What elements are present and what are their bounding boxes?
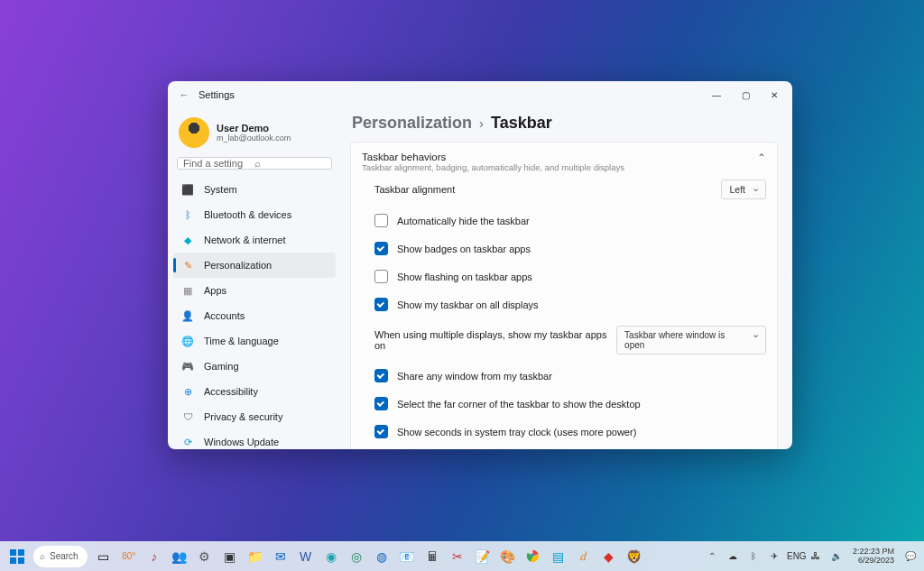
- onedrive-icon[interactable]: ☁: [725, 551, 741, 561]
- app-snipping-icon[interactable]: ✂: [446, 545, 469, 568]
- nav-icon: 🌐: [180, 334, 195, 348]
- alignment-label: Taskbar alignment: [374, 184, 455, 195]
- app-word-icon[interactable]: W: [294, 545, 318, 568]
- sidebar-item-system[interactable]: ⬛System: [173, 177, 336, 202]
- maximize-button[interactable]: ▢: [731, 81, 760, 108]
- location-icon[interactable]: ✈: [766, 551, 782, 561]
- checkbox[interactable]: [374, 425, 388, 438]
- chevron-up-icon[interactable]: ⌃: [757, 152, 766, 164]
- task-view-button[interactable]: ▭: [92, 545, 116, 568]
- checkbox[interactable]: [374, 242, 388, 255]
- nav-label: Privacy & security: [204, 411, 282, 422]
- nav-label: System: [204, 184, 237, 195]
- nav-icon: ✎: [180, 258, 195, 272]
- panel-title: Taskbar behaviors: [362, 152, 757, 162]
- svg-rect-3: [18, 557, 24, 564]
- nav-label: Time & language: [204, 336, 279, 346]
- search-input[interactable]: Find a setting ⌕: [177, 157, 332, 170]
- option-row: Show flashing on taskbar apps: [362, 262, 766, 290]
- window-controls: — ▢ ✕: [702, 81, 789, 108]
- titlebar: ← Settings — ▢ ✕: [168, 81, 792, 108]
- breadcrumb: Personalization › Taskbar: [352, 114, 778, 133]
- back-button[interactable]: ←: [175, 89, 193, 100]
- app-terminal-icon[interactable]: ▣: [218, 545, 242, 568]
- taskbar-search-label: Search: [50, 551, 79, 561]
- app-notepad-icon[interactable]: 📝: [471, 545, 494, 568]
- close-button[interactable]: ✕: [760, 81, 789, 108]
- sidebar-item-windows-update[interactable]: ⟳Windows Update: [173, 429, 336, 449]
- taskbar: ⌕ Search ▭ 80° ♪ 👥 ⚙ ▣ 📁 ✉ W ◉ ◎ ◍ 📧 🖩 ✂…: [0, 541, 924, 571]
- app-chrome-icon[interactable]: [522, 545, 545, 568]
- checkbox[interactable]: [374, 369, 388, 382]
- app-brave-icon[interactable]: 🦁: [623, 545, 646, 568]
- app-dev-icon[interactable]: ◍: [370, 545, 393, 568]
- checkbox[interactable]: [374, 298, 388, 311]
- sidebar-item-apps[interactable]: ▦Apps: [173, 278, 336, 303]
- tray-overflow-icon[interactable]: ⌃: [704, 551, 720, 561]
- option-row: Automatically hide the taskbar: [362, 207, 766, 235]
- option-label: Show my taskbar on all displays: [397, 299, 539, 310]
- multi-display-row: When using multiple displays, show my ta…: [362, 318, 766, 362]
- nav-icon: ◆: [180, 233, 195, 247]
- taskbar-behaviors-panel: Taskbar behaviors Taskbar alignment, bad…: [350, 142, 778, 449]
- notifications-icon[interactable]: 💬: [902, 551, 919, 561]
- sidebar-item-bluetooth-devices[interactable]: ᛒBluetooth & devices: [173, 202, 336, 227]
- search-icon: ⌕: [40, 551, 45, 561]
- volume-icon[interactable]: 🔉: [828, 551, 845, 561]
- checkbox[interactable]: [374, 214, 388, 227]
- panel-header[interactable]: Taskbar behaviors Taskbar alignment, bad…: [362, 152, 766, 172]
- app-explorer-icon[interactable]: 📁: [244, 545, 267, 568]
- app-powertoys-icon[interactable]: ▤: [547, 545, 570, 568]
- nav-label: Personalization: [204, 260, 272, 271]
- sidebar-item-personalization[interactable]: ✎Personalization: [173, 253, 336, 278]
- app-teams-icon[interactable]: 👥: [168, 545, 191, 568]
- clock[interactable]: 2:22:23 PM 6/29/2023: [849, 548, 898, 566]
- sidebar-item-privacy-security[interactable]: 🛡Privacy & security: [173, 404, 336, 429]
- alignment-row: Taskbar alignment Left: [362, 172, 766, 207]
- multi-display-select[interactable]: Taskbar where window is open: [616, 326, 766, 355]
- panel-subtitle: Taskbar alignment, badging, automaticall…: [362, 162, 757, 172]
- breadcrumb-separator: ›: [479, 115, 484, 131]
- option-label: Show badges on taskbar apps: [397, 244, 531, 254]
- option-row: Show badges on taskbar apps: [362, 235, 766, 262]
- app-settings-icon[interactable]: ⚙: [193, 545, 217, 568]
- sidebar-item-gaming[interactable]: 🎮Gaming: [173, 354, 336, 379]
- profile[interactable]: User Demo m_lab@outlook.com: [173, 112, 336, 157]
- sidebar-item-accessibility[interactable]: ⊕Accessibility: [173, 379, 336, 404]
- app-adobe-icon[interactable]: ◆: [597, 545, 621, 568]
- language-indicator[interactable]: ENG: [787, 551, 803, 561]
- sidebar-item-network-internet[interactable]: ◆Network & internet: [173, 227, 336, 253]
- app-edge-icon[interactable]: ◉: [319, 545, 343, 568]
- settings-window: ← Settings — ▢ ✕ User Demo m_lab@outlook…: [168, 81, 792, 449]
- alignment-select[interactable]: Left: [721, 180, 766, 199]
- breadcrumb-parent[interactable]: Personalization: [352, 114, 472, 133]
- nav-label: Bluetooth & devices: [204, 209, 291, 220]
- sidebar-item-accounts[interactable]: 👤Accounts: [173, 303, 336, 328]
- start-button[interactable]: [5, 545, 29, 568]
- nav-icon: ▦: [180, 283, 195, 298]
- app-music-icon[interactable]: ♪: [143, 545, 166, 568]
- bluetooth-icon[interactable]: ᛒ: [745, 551, 762, 561]
- nav-icon: ᛒ: [180, 207, 195, 222]
- app-paint-icon[interactable]: 🎨: [496, 545, 520, 568]
- checkbox[interactable]: [374, 397, 388, 410]
- search-icon: ⌕: [254, 158, 326, 169]
- app-calculator-icon[interactable]: 🖩: [420, 545, 444, 568]
- minimize-button[interactable]: —: [702, 81, 731, 108]
- sidebar-item-time-language[interactable]: 🌐Time & language: [173, 328, 336, 354]
- option-label: Show flashing on taskbar apps: [397, 272, 532, 282]
- app-outlook-icon[interactable]: ✉: [269, 545, 292, 568]
- app-mail-icon[interactable]: 📧: [395, 545, 419, 568]
- nav-label: Apps: [204, 285, 226, 296]
- option-row: Show my taskbar on all displays: [362, 290, 766, 318]
- app-fire-icon[interactable]: 𝑑: [572, 545, 596, 568]
- sidebar: User Demo m_lab@outlook.com Find a setti…: [168, 108, 341, 449]
- app-canary-icon[interactable]: ◎: [345, 545, 368, 568]
- taskbar-search[interactable]: ⌕ Search: [33, 546, 88, 567]
- network-icon[interactable]: 🖧: [808, 551, 824, 561]
- multi-display-label: When using multiple displays, show my ta…: [374, 329, 616, 351]
- checkbox[interactable]: [374, 270, 388, 283]
- option-row: Select the far corner of the taskbar to …: [362, 390, 766, 418]
- svg-rect-1: [18, 549, 24, 556]
- widgets-button[interactable]: 80°: [117, 545, 141, 568]
